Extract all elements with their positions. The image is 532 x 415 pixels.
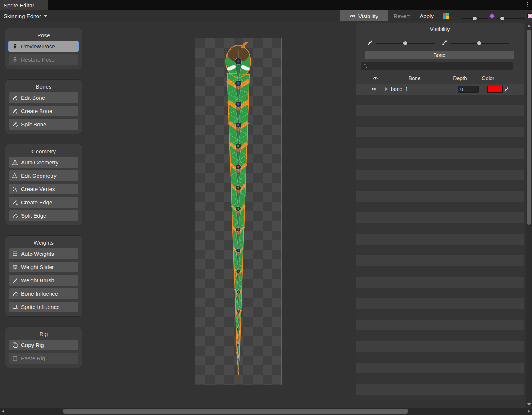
paste-rig-icon (12, 355, 18, 361)
weights-group-title: Weights (9, 239, 78, 246)
preview-pose-icon (12, 43, 18, 50)
mesh-visibility-slider-handle[interactable] (477, 41, 481, 45)
bone-influence-button[interactable]: Bone Influence (9, 288, 78, 299)
create-bone-label: Create Bone (21, 108, 52, 114)
toolbar-separator (439, 11, 439, 20)
edit-bone-label: Edit Bone (21, 95, 45, 101)
bone-list-empty-rows (356, 95, 524, 400)
visibility-toggle-button[interactable]: Visibility (340, 10, 388, 21)
depth-input[interactable] (458, 86, 479, 93)
scroll-left-icon[interactable] (2, 409, 4, 413)
create-bone-icon (12, 108, 18, 114)
vertical-scrollbar-thumb[interactable] (527, 30, 531, 225)
restore-pose-label: Restore Pose (21, 57, 55, 63)
eyedropper-icon[interactable] (504, 86, 509, 92)
paste-rig-button[interactable]: Paste Rig (9, 353, 78, 364)
horizontal-scrollbar[interactable] (0, 408, 532, 415)
sprite-influence-button[interactable]: Sprite Influence (9, 302, 78, 312)
split-bone-button[interactable]: Split Bone (9, 119, 78, 130)
visibility-column-eye-icon (372, 75, 378, 81)
weight-slider-button[interactable]: Weight Slider (9, 262, 78, 272)
split-edge-label: Split Edge (21, 212, 46, 219)
restore-pose-button[interactable]: Restore Pose (9, 54, 78, 65)
color-column-header: Color (474, 75, 502, 81)
sprite-editor-tab[interactable]: Sprite Editor (0, 0, 48, 10)
paste-rig-label: Paste Rig (21, 355, 45, 361)
sprite-influence-label: Sprite Influence (21, 304, 59, 310)
auto-weights-label: Auto Weights (21, 251, 54, 257)
horizontal-scrollbar-thumb[interactable] (63, 409, 408, 414)
bone-list-header: Bone Depth Color (365, 74, 514, 83)
weight-slider-icon (12, 264, 18, 270)
edit-geometry-icon (12, 173, 18, 179)
apply-button[interactable]: Apply (416, 10, 437, 21)
bone-opacity-slider[interactable] (461, 18, 488, 19)
bone-search-box[interactable] (361, 62, 513, 70)
weight-brush-icon (12, 277, 18, 283)
skinning-editor-dropdown[interactable]: Skinning Editor (1, 10, 50, 21)
create-vertex-label: Create Vertex (21, 186, 55, 192)
bone-row[interactable]: bone_1 (356, 84, 524, 95)
sprite-canvas[interactable] (195, 38, 282, 385)
create-bone-button[interactable]: Create Bone (9, 106, 78, 116)
toolbar: Skinning Editor Visibility Revert Apply (0, 10, 532, 21)
mesh-opacity-slider-handle[interactable] (500, 17, 504, 20)
bone-search-input[interactable] (369, 63, 511, 69)
rig-group: Rig Copy Rig Paste Rig (5, 327, 82, 368)
preview-pose-button[interactable]: Preview Pose (9, 41, 78, 52)
sprite-influence-icon (12, 304, 18, 310)
foldout-icon[interactable] (385, 87, 388, 91)
mesh-opacity-icon (441, 40, 448, 46)
auto-weights-button[interactable]: Auto Weights (9, 248, 78, 259)
window-menu-icon[interactable] (527, 2, 528, 7)
weights-group: Weights Auto Weights Weight Slider Weigh… (5, 235, 82, 317)
mesh-color-icon[interactable] (489, 13, 495, 19)
chevron-down-icon (44, 15, 47, 17)
weight-slider-label: Weight Slider (21, 264, 54, 270)
revert-button[interactable]: Revert (389, 10, 414, 21)
scroll-down-icon[interactable] (527, 403, 531, 406)
bone-name[interactable]: bone_1 (391, 86, 408, 92)
bones-group-title: Bones (9, 84, 78, 90)
sprite-editor-tab-label: Sprite Editor (4, 2, 34, 8)
bone-tab[interactable]: Bone (365, 51, 514, 59)
revert-button-label: Revert (393, 13, 410, 19)
auto-geometry-label: Auto Geometry (21, 159, 58, 166)
bone-color-swatch[interactable] (487, 86, 503, 93)
edit-geometry-button[interactable]: Edit Geometry (9, 170, 78, 181)
create-edge-icon (12, 199, 18, 205)
weight-brush-label: Weight Brush (21, 277, 54, 283)
bone-influence-label: Bone Influence (21, 290, 58, 297)
pose-group-title: Pose (9, 32, 78, 38)
create-vertex-button[interactable]: Create Vertex (9, 184, 78, 194)
split-edge-button[interactable]: Split Edge (9, 210, 78, 221)
visibility-toggle-label: Visibility (358, 13, 378, 19)
bone-visibility-slider[interactable] (376, 43, 435, 44)
edit-bone-button[interactable]: Edit Bone (9, 92, 78, 103)
vertical-scrollbar[interactable] (526, 23, 532, 408)
geometry-group: Geometry Auto Geometry Edit Geometry Cre… (5, 144, 82, 225)
create-edge-button[interactable]: Create Edge (9, 197, 78, 208)
mesh-visibility-slider[interactable] (450, 43, 509, 44)
split-bone-label: Split Bone (21, 121, 46, 127)
eye-icon (349, 13, 356, 19)
scroll-right-icon[interactable] (528, 409, 530, 413)
pattern-swatch-icon[interactable] (527, 13, 532, 18)
bone-visible-eye-icon[interactable] (371, 86, 377, 92)
create-vertex-icon (12, 186, 18, 192)
bone-opacity-slider-handle[interactable] (473, 17, 477, 20)
copy-rig-button[interactable]: Copy Rig (9, 340, 78, 350)
auto-geometry-icon (12, 159, 18, 166)
bone-column-header: Bone (383, 75, 446, 81)
create-edge-label: Create Edge (21, 199, 52, 205)
bone-color-palette-icon[interactable] (443, 13, 449, 19)
snake-sprite-mesh[interactable] (195, 38, 281, 385)
restore-pose-icon (12, 57, 18, 63)
mesh-opacity-slider[interactable] (497, 18, 525, 19)
weight-brush-button[interactable]: Weight Brush (9, 275, 78, 286)
auto-geometry-button[interactable]: Auto Geometry (9, 157, 78, 168)
bone-visibility-slider-handle[interactable] (403, 41, 407, 45)
visibility-panel: Visibility Bone (356, 23, 524, 400)
copy-rig-icon (12, 342, 18, 348)
scroll-up-icon[interactable] (527, 25, 531, 27)
